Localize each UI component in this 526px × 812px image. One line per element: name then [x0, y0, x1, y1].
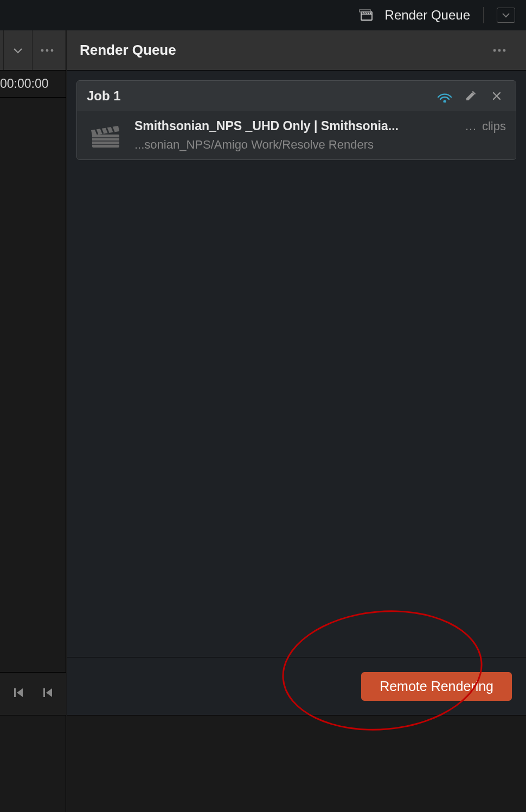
job-timeline-name: Smithsonian_NPS _UHD Only | Smithsonia..… — [134, 119, 459, 133]
left-panel-toggle-button[interactable] — [3, 30, 32, 70]
job-title: Job 1 — [87, 88, 428, 104]
svg-rect-1 — [360, 10, 370, 12]
svg-point-8 — [498, 49, 501, 52]
workspace-dropdown-button[interactable] — [497, 8, 515, 23]
top-divider — [483, 7, 484, 23]
svg-point-4 — [51, 49, 54, 52]
remote-status-icon[interactable] — [435, 87, 454, 105]
panel-header: Render Queue — [67, 30, 526, 71]
panel-title: Render Queue — [80, 42, 486, 59]
job-body: Smithsonian_NPS _UHD Only | Smithsonia..… — [77, 111, 516, 159]
bottom-spacer — [67, 715, 526, 812]
svg-point-7 — [493, 49, 496, 52]
svg-point-3 — [46, 49, 49, 52]
left-header-row — [0, 30, 66, 71]
remote-rendering-button[interactable]: Remote Rendering — [361, 672, 512, 701]
prev-clip-icon[interactable] — [42, 687, 54, 701]
render-queue-panel: Render Queue Job 1 — [67, 30, 526, 812]
job-text-column: Smithsonian_NPS _UHD Only | Smithsonia..… — [134, 119, 506, 152]
edit-job-button[interactable] — [461, 87, 480, 105]
svg-rect-6 — [43, 688, 45, 697]
ellipsis-icon: … — [465, 119, 477, 133]
workspace-top-bar: Render Queue — [0, 0, 526, 30]
render-job-card[interactable]: Job 1 — [76, 80, 516, 160]
svg-rect-5 — [14, 688, 16, 697]
transport-bar — [0, 672, 66, 715]
job-header: Job 1 — [77, 81, 516, 111]
job-output-path: ...sonian_NPS/Amigo Work/Resolve Renders — [134, 138, 506, 152]
timecode-display: 00:00:00 — [0, 76, 49, 91]
left-timeline-strip: 00:00:00 — [0, 30, 66, 812]
goto-start-icon[interactable] — [13, 687, 25, 701]
panel-options-button[interactable] — [486, 48, 513, 53]
render-action-bar: Remote Rendering — [67, 657, 526, 715]
left-panel-options-button[interactable] — [32, 30, 62, 70]
timecode-row: 00:00:00 — [0, 71, 66, 98]
clapperboard-icon — [87, 120, 124, 151]
remove-job-button[interactable] — [487, 87, 506, 105]
render-queue-tab-icon — [359, 8, 375, 22]
svg-point-9 — [503, 49, 506, 52]
render-queue-tab-label[interactable]: Render Queue — [385, 8, 470, 23]
svg-point-2 — [41, 49, 44, 52]
clips-label: clips — [482, 119, 506, 133]
queue-body: Job 1 — [67, 71, 526, 657]
svg-point-10 — [443, 100, 446, 103]
